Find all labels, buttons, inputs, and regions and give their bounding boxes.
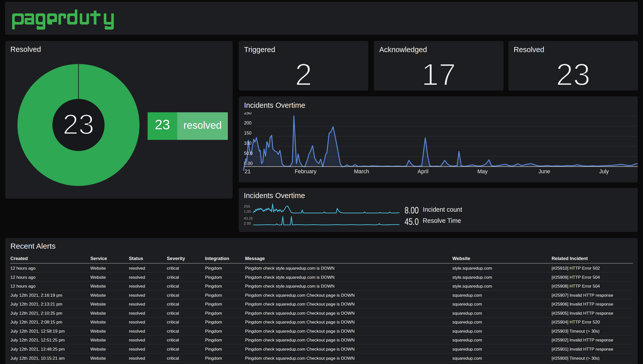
svg-text:250: 250 bbox=[244, 112, 251, 115]
svg-text:May: May bbox=[477, 168, 488, 175]
svg-text:150: 150 bbox=[244, 131, 251, 136]
svg-text:February: February bbox=[295, 168, 316, 175]
svg-text:March: March bbox=[354, 168, 369, 175]
svg-text:200: 200 bbox=[244, 120, 251, 125]
svg-text:100: 100 bbox=[244, 141, 251, 146]
svg-text:50.0: 50.0 bbox=[244, 151, 253, 156]
svg-text:April: April bbox=[417, 168, 428, 175]
svg-text:June: June bbox=[538, 168, 550, 175]
svg-text:0.00: 0.00 bbox=[244, 161, 253, 166]
svg-text:21: 21 bbox=[245, 168, 251, 175]
svg-text:July: July bbox=[599, 168, 609, 175]
